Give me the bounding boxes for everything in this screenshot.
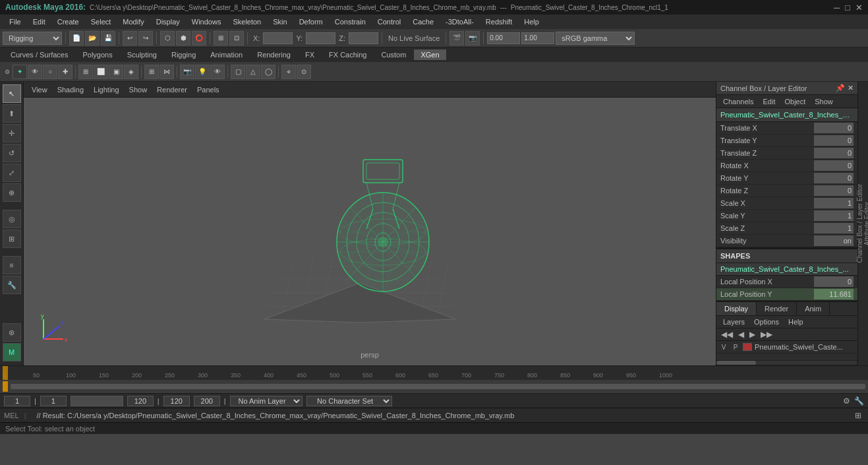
- channel-scale-x[interactable]: Scale X: [716, 197, 857, 210]
- display-layer-btn[interactable]: ≡: [3, 256, 21, 274]
- layer-next-btn[interactable]: ▶: [747, 330, 757, 339]
- cb-pin-icon[interactable]: 📌: [836, 84, 845, 92]
- wireframe-btn[interactable]: ⊞: [78, 65, 93, 79]
- undo-button[interactable]: ↩: [123, 31, 137, 46]
- polygon-btn[interactable]: ▢: [231, 65, 245, 79]
- deform-btn[interactable]: ⋄: [281, 65, 296, 79]
- render-quality-btn[interactable]: ⚙: [843, 396, 850, 406]
- open-scene-button[interactable]: 📂: [85, 31, 100, 46]
- layer-prev-prev-btn[interactable]: ◀◀: [719, 330, 735, 339]
- layer-pickable-p[interactable]: P: [731, 344, 740, 351]
- vp-show[interactable]: Show: [125, 84, 152, 95]
- mode-select[interactable]: Rigging: [3, 32, 62, 45]
- window-controls[interactable]: ─ □ ✕: [834, 3, 863, 13]
- ch-val-5[interactable]: [814, 185, 854, 196]
- ch-val-4[interactable]: [814, 173, 854, 183]
- layer-menu-options[interactable]: Options: [750, 317, 783, 326]
- frame-current-input[interactable]: [4, 396, 30, 406]
- snap-point[interactable]: ⊡: [229, 31, 244, 46]
- frame-range-input[interactable]: [71, 396, 123, 406]
- script-editor-btn[interactable]: ⊞: [852, 411, 864, 420]
- module-polygons[interactable]: Polygons: [76, 49, 119, 60]
- snap-grid-btn[interactable]: ⊞: [144, 65, 159, 79]
- vp-renderer[interactable]: Renderer: [153, 84, 191, 95]
- origin-btn[interactable]: ⊛: [3, 323, 21, 342]
- select-mode-btn[interactable]: ✦: [13, 65, 27, 79]
- channel-visibility[interactable]: Visibility: [716, 235, 857, 247]
- menu-help[interactable]: Help: [519, 16, 544, 27]
- channel-box-label[interactable]: Channel Box / Layer Editor: [856, 184, 863, 263]
- z-input[interactable]: [349, 32, 378, 44]
- menu-redshift[interactable]: Redshift: [480, 16, 517, 27]
- menu-windows[interactable]: Windows: [187, 16, 227, 27]
- menu-edit[interactable]: Edit: [28, 16, 51, 27]
- viewport[interactable]: View Shading Lighting Show Renderer Pane…: [24, 82, 716, 365]
- menu-modify[interactable]: Modify: [117, 16, 149, 27]
- timeline-range[interactable]: [11, 384, 865, 389]
- vp-panels[interactable]: Panels: [193, 84, 223, 95]
- channel-scale-z[interactable]: Scale Z: [716, 222, 857, 235]
- module-curves[interactable]: Curves / Surfaces: [4, 49, 74, 60]
- ch-val-6[interactable]: [814, 198, 854, 208]
- channel-translate-x[interactable]: Translate X: [716, 122, 857, 135]
- move-tool-btn[interactable]: ✛: [3, 124, 21, 142]
- gamma-select[interactable]: sRGB gamma: [556, 32, 635, 45]
- cb-menu-edit[interactable]: Edit: [759, 97, 779, 106]
- menu-select[interactable]: Select: [86, 16, 117, 27]
- tab-anim[interactable]: Anim: [797, 302, 830, 315]
- select-tool[interactable]: ⬡: [160, 31, 175, 46]
- layer-visibility-v[interactable]: V: [719, 344, 728, 351]
- soft-mod-btn[interactable]: ◎: [3, 210, 21, 228]
- cb-close-icon[interactable]: ✕: [848, 84, 854, 92]
- ch-val-2[interactable]: [814, 148, 854, 158]
- val2-input[interactable]: [521, 32, 554, 44]
- ch-val-0[interactable]: [814, 123, 854, 133]
- timeline-ruler[interactable]: 0 50 100 150 200 250 300 350 400 450 500…: [0, 366, 868, 380]
- timeline-indicator[interactable]: [3, 381, 8, 392]
- menu-skeleton[interactable]: Skeleton: [227, 16, 266, 27]
- nurbs-btn[interactable]: △: [246, 65, 260, 79]
- channel-box-controls[interactable]: 📌 ✕: [836, 84, 854, 92]
- show-hide-btn[interactable]: 👁: [210, 65, 225, 79]
- light2-btn[interactable]: 💡: [195, 65, 210, 79]
- layer-list[interactable]: V P Pneumatic_Swivel_Caste...: [716, 341, 857, 360]
- save-scene-button[interactable]: 💾: [101, 31, 115, 46]
- last-tool-btn[interactable]: ⊕: [3, 183, 21, 202]
- minimize-button[interactable]: ─: [834, 3, 840, 13]
- module-animation[interactable]: Animation: [204, 49, 249, 60]
- settings-icon[interactable]: ⚙: [3, 69, 12, 75]
- ch-shape-val-1[interactable]: [814, 289, 854, 299]
- redo-button[interactable]: ↪: [138, 31, 153, 46]
- new-scene-button[interactable]: 📄: [69, 31, 84, 46]
- menu-create[interactable]: Create: [52, 16, 84, 27]
- menu-skin[interactable]: Skin: [268, 16, 292, 27]
- channel-translate-z[interactable]: Translate Z: [716, 147, 857, 160]
- frame-start-input[interactable]: [40, 396, 67, 406]
- anim-layer-select[interactable]: No Anim Layer: [230, 396, 303, 406]
- light-btn[interactable]: ◈: [124, 65, 138, 79]
- time-indicator[interactable]: [3, 366, 8, 380]
- channel-scale-y[interactable]: Scale Y: [716, 210, 857, 222]
- ch-val-7[interactable]: [814, 210, 854, 221]
- smooth-btn[interactable]: ⬜: [94, 65, 108, 79]
- range-end-input[interactable]: [163, 396, 190, 406]
- canvas-area[interactable]: x y z persp: [24, 98, 716, 365]
- tab-display[interactable]: Display: [716, 302, 757, 315]
- attribute-editor-sidebar[interactable]: Attribute Editor Channel Box / Layer Edi…: [857, 82, 868, 365]
- scroll-thumb[interactable]: [716, 361, 756, 365]
- ipr-btn[interactable]: 📷: [465, 31, 480, 46]
- menu-deform[interactable]: Deform: [294, 16, 328, 27]
- history-btn[interactable]: ⊙: [297, 65, 311, 79]
- layer-prev-btn[interactable]: ◀: [736, 330, 746, 339]
- module-xgen[interactable]: XGen: [414, 49, 446, 60]
- maximize-button[interactable]: □: [845, 3, 850, 13]
- ch-val-1[interactable]: [814, 135, 854, 146]
- channel-rotate-x[interactable]: Rotate X: [716, 160, 857, 172]
- camera-btn[interactable]: 📷: [180, 65, 194, 79]
- close-button[interactable]: ✕: [855, 3, 863, 13]
- module-rendering[interactable]: Rendering: [250, 49, 297, 60]
- module-custom[interactable]: Custom: [375, 49, 413, 60]
- frame-end-input[interactable]: [127, 396, 154, 406]
- menu-file[interactable]: File: [4, 16, 26, 27]
- y-input[interactable]: [306, 32, 335, 44]
